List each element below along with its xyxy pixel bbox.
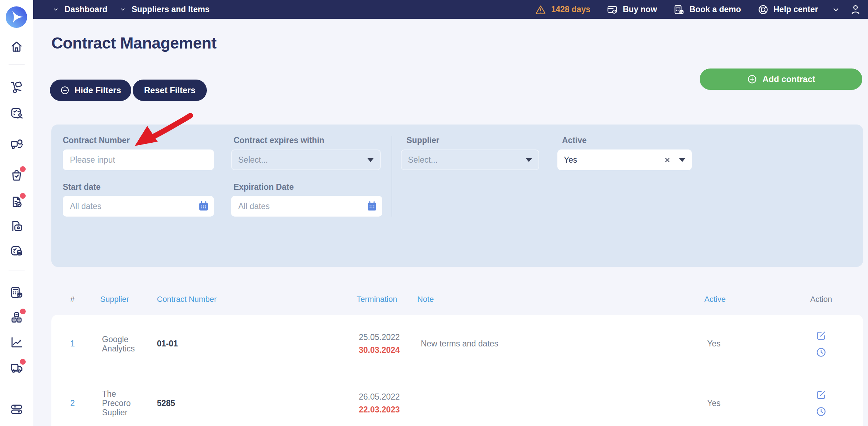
col-header-supplier[interactable]: Supplier	[100, 295, 157, 304]
active-cell: Yes	[704, 399, 810, 408]
calendar-icon[interactable]	[366, 201, 378, 212]
expires-within-placeholder: Select...	[238, 155, 268, 165]
precoro-logo[interactable]	[5, 6, 27, 28]
approvals-card-icon	[9, 106, 24, 120]
reports-chart-icon	[9, 335, 24, 350]
expires-within-label: Contract expires within	[234, 136, 324, 145]
calculator-coins-icon	[9, 285, 24, 300]
clear-icon[interactable]	[664, 156, 671, 164]
chevron-down-icon[interactable]	[832, 5, 840, 14]
start-date-value: 25.05.2022	[359, 333, 417, 342]
sidebar-item-truck-search[interactable]	[9, 137, 24, 151]
col-header-num: #	[70, 295, 100, 304]
trial-days-badge[interactable]: 1428 days	[535, 4, 590, 15]
sidebar-divider	[9, 389, 25, 389]
chevron-down-icon	[52, 6, 59, 13]
breadcrumb: Dashboard Suppliers and Items	[52, 5, 210, 14]
book-demo-icon	[673, 4, 685, 15]
buy-now-button[interactable]: Buy now	[607, 4, 657, 15]
contract-number-cell: 01-01	[157, 339, 357, 349]
col-header-active[interactable]: Active	[704, 295, 810, 304]
note-cell: New terms and dates	[417, 339, 704, 349]
history-clock-icon[interactable]	[816, 347, 827, 358]
col-header-note[interactable]: Note	[417, 295, 704, 304]
buy-now-label: Buy now	[623, 5, 657, 14]
expiration-date-label: Expiration Date	[234, 182, 294, 192]
sidebar-item-hand-truck[interactable]	[9, 80, 24, 95]
action-cell	[810, 330, 863, 358]
dropdown-caret-icon	[526, 158, 532, 162]
start-date-label: Start date	[63, 182, 101, 192]
row-number-link[interactable]: 2	[70, 399, 100, 408]
add-contract-button[interactable]: Add contract	[700, 69, 862, 90]
user-menu	[832, 4, 862, 16]
trial-days-label: 1428 days	[551, 5, 590, 14]
user-icon[interactable]	[849, 4, 862, 16]
hide-filters-label: Hide Filters	[75, 85, 121, 95]
sidebar-item-approvals[interactable]	[9, 106, 24, 120]
expires-within-select[interactable]: Select...	[231, 149, 381, 170]
sidebar-item-budgets[interactable]	[9, 244, 24, 258]
sidebar-item-purchase-orders[interactable]	[9, 194, 24, 209]
filter-panel: Contract Number Contract expires within …	[51, 125, 863, 267]
supplier-placeholder: Select...	[408, 155, 438, 165]
hand-truck-icon	[9, 80, 24, 95]
col-header-contract-number[interactable]: Contract Number	[157, 295, 357, 304]
table-row: 1 Google Analytics 01-01 25.05.2022 30.0…	[51, 315, 863, 373]
topbar: Dashboard Suppliers and Items 1428 days	[33, 0, 868, 19]
history-clock-icon[interactable]	[816, 406, 827, 417]
contract-number-label: Contract Number	[63, 136, 130, 145]
sidebar-item-suppliers[interactable]	[9, 360, 24, 375]
purchase-order-doc-icon	[9, 194, 24, 209]
sidebar-item-invoices[interactable]	[9, 219, 24, 233]
sidebar-divider	[9, 64, 25, 65]
edit-icon[interactable]	[816, 330, 827, 341]
contract-management-screen: Dashboard Suppliers and Items 1428 days	[0, 0, 868, 426]
breadcrumb-suppliers-and-items[interactable]: Suppliers and Items	[119, 5, 210, 14]
minus-circle-icon	[60, 85, 70, 95]
hide-filters-button[interactable]: Hide Filters	[50, 80, 131, 101]
warehouse-cubes-icon	[9, 310, 24, 325]
truck-search-icon	[9, 137, 24, 151]
active-select[interactable]: Yes	[557, 149, 692, 170]
table-row: 2 The Precoro Suplier 5285 26.05.2022 22…	[51, 373, 863, 426]
sidebar-item-configuration[interactable]	[9, 402, 24, 417]
termination-date-value: 22.03.2023	[359, 405, 417, 415]
breadcrumb-dashboard[interactable]: Dashboard	[52, 5, 107, 14]
book-demo-label: Book a demo	[689, 5, 741, 14]
col-header-termination[interactable]: Termination	[357, 295, 417, 304]
contract-number-input[interactable]	[63, 149, 214, 170]
help-lifebuoy-icon	[757, 4, 769, 15]
credit-card-icon	[607, 4, 618, 15]
precoro-logo-icon	[5, 6, 27, 28]
topbar-actions: 1428 days Buy now Book a demo	[535, 4, 862, 16]
chevron-down-icon	[119, 6, 126, 13]
action-cell	[810, 389, 863, 417]
contract-number-cell: 5285	[157, 399, 357, 408]
sidebar-item-price-lists[interactable]	[9, 285, 24, 300]
edit-icon[interactable]	[816, 389, 827, 400]
sidebar-item-home[interactable]	[9, 39, 24, 54]
sidebar-item-reports[interactable]	[9, 335, 24, 350]
add-contract-label: Add contract	[762, 74, 815, 84]
sidebar	[0, 0, 33, 426]
sidebar-item-shopping-bag[interactable]	[9, 168, 24, 182]
settings-toggles-icon	[9, 402, 24, 417]
sidebar-item-warehouse[interactable]	[9, 310, 24, 325]
breadcrumb-label: Suppliers and Items	[132, 5, 210, 14]
help-center-button[interactable]: Help center	[757, 4, 818, 15]
active-value: Yes	[564, 155, 577, 165]
expiration-date-field[interactable]	[231, 196, 382, 217]
book-demo-button[interactable]: Book a demo	[673, 4, 741, 15]
sidebar-divider	[9, 270, 25, 270]
home-icon	[9, 39, 24, 54]
warning-icon	[535, 4, 546, 15]
reset-filters-button[interactable]: Reset Filters	[133, 80, 207, 101]
supplier-select[interactable]: Select...	[401, 149, 539, 170]
row-number-link[interactable]: 1	[70, 339, 100, 349]
delivery-truck-icon	[9, 360, 24, 375]
start-date-field[interactable]	[63, 196, 214, 217]
expiration-date-input[interactable]	[231, 196, 382, 217]
start-date-input[interactable]	[63, 196, 214, 217]
calendar-icon[interactable]	[198, 201, 209, 212]
